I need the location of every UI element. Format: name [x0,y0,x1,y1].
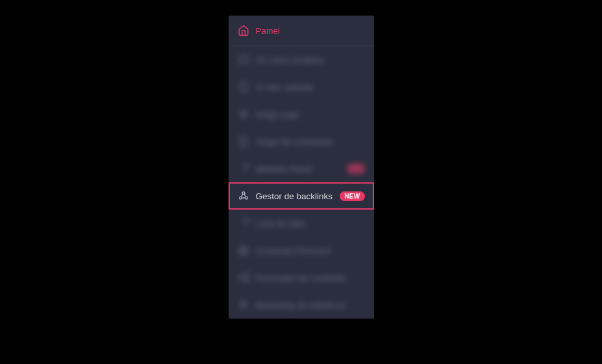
sidebar-panel-label: Painel [256,26,365,36]
home-icon [238,25,249,36]
users-icon [238,299,249,311]
svg-rect-0 [239,56,248,64]
link-icon [238,217,249,229]
sidebar-item-label: Artigo de conteúdos [256,137,357,147]
sidebar-item-label: Gestor de backlinks [256,191,334,201]
svg-rect-5 [240,137,246,146]
sidebar-item-blurred-6[interactable]: Lista de sites › [229,210,374,237]
sidebar-item-blurred-3[interactable]: Artigo sugs › [229,101,374,128]
document-icon [238,136,249,147]
chevron-right-icon: › [362,220,364,227]
svg-point-1 [239,82,248,91]
chevron-right-icon: › [362,247,364,254]
svg-point-6 [242,192,245,195]
sidebar-item-blurred-7[interactable]: Conteúdo Premium › [229,237,374,264]
globe-icon [238,81,249,93]
chevron-right-icon: › [362,84,364,91]
svg-marker-9 [238,246,248,255]
sidebar-item-label: Os meus projetos [256,55,365,65]
chevron-right-icon: › [362,111,364,118]
sidebar-item-backlinks[interactable]: Gestor de backlinks NEW [229,182,374,210]
svg-point-8 [245,197,247,199]
backlinks-icon [238,190,249,202]
sidebar-item-label: Marketing de influência [256,300,365,310]
sidebar-item-label: Conteúdo Premium [256,246,357,256]
sidebar-item-label: Website Panel [256,164,340,174]
sidebar-item-blurred-5[interactable]: Website Panel [229,155,374,182]
sidebar-item-blurred-1[interactable]: Os meus projetos [229,46,374,73]
sidebar-item-label: Artigo sugs [256,110,357,119]
sidebar-item-panel[interactable]: Painel [229,16,374,46]
megaphone-icon [238,272,249,284]
chevron-right-icon: › [362,138,364,145]
sidebar-item-label: Lista de sites [256,219,357,228]
star-icon [238,245,249,256]
sidebar-item-blurred-4[interactable]: Artigo de conteúdos › [229,128,374,155]
sidebar-item-label: Promoção de conteúdo [256,273,365,283]
link-icon [238,163,249,175]
sidebar-item-blurred-8[interactable]: Promoção de conteúdo [229,264,374,291]
sidebar: Painel Os meus projetos O meu website › … [229,16,374,319]
sidebar-item-blurred-2[interactable]: O meu website › [229,73,374,101]
sidebar-item-blurred-9[interactable]: Marketing de influência [229,291,374,319]
sidebar-item-label: O meu website [256,82,357,92]
svg-point-7 [239,197,242,199]
svg-point-10 [242,301,245,305]
badge-blurred [347,164,365,174]
new-badge: NEW [340,191,364,201]
list-icon [238,108,249,120]
folder-icon [238,54,249,66]
